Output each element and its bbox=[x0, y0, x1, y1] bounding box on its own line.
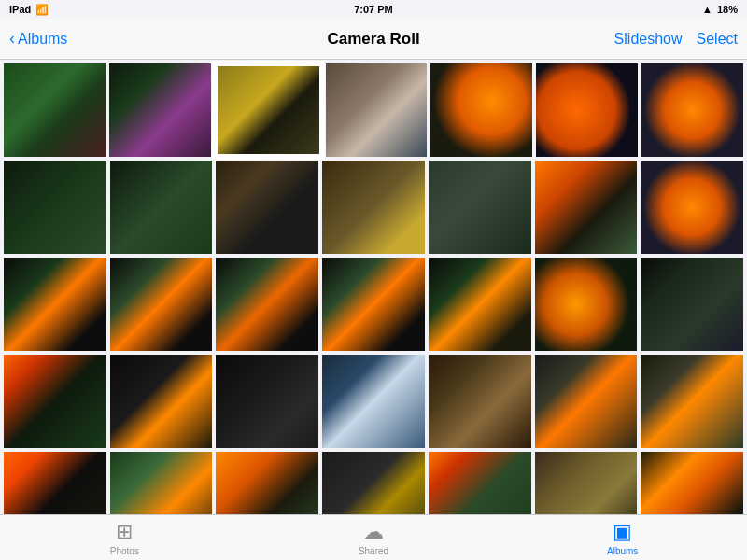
photo-thumb-3[interactable] bbox=[215, 63, 322, 157]
status-bar: iPad 📶 7:07 PM ▲ 18% bbox=[0, 0, 747, 19]
tab-shared[interactable]: ☁ Shared bbox=[249, 520, 499, 556]
status-time: 7:07 PM bbox=[354, 4, 393, 15]
photo-thumb-28[interactable] bbox=[641, 355, 743, 448]
photo-thumb-20[interactable] bbox=[535, 258, 638, 351]
chevron-left-icon: ‹ bbox=[9, 29, 15, 49]
tab-albums-label: Albums bbox=[607, 546, 638, 556]
wifi-icon: 📶 bbox=[35, 4, 49, 16]
photo-thumb-21[interactable] bbox=[641, 258, 743, 351]
photo-thumb-17[interactable] bbox=[216, 258, 318, 351]
photo-thumb-13[interactable] bbox=[535, 161, 638, 254]
back-label: Albums bbox=[18, 31, 67, 48]
photo-thumb-23[interactable] bbox=[110, 355, 213, 448]
tab-photos[interactable]: ⊞ Photos bbox=[0, 520, 249, 556]
photo-thumb-31[interactable] bbox=[216, 452, 318, 514]
photo-thumb-30[interactable] bbox=[110, 452, 213, 514]
photo-thumb-9[interactable] bbox=[110, 161, 213, 254]
photo-thumb-2[interactable] bbox=[109, 63, 211, 157]
photo-thumb-15[interactable] bbox=[4, 258, 106, 351]
photo-row-4 bbox=[4, 452, 743, 514]
nav-actions: Slideshow Select bbox=[614, 31, 738, 48]
page-title: Camera Roll bbox=[327, 30, 419, 49]
photo-thumb-26[interactable] bbox=[429, 355, 531, 448]
photo-thumb-11[interactable] bbox=[322, 161, 425, 254]
photo-thumb-24[interactable] bbox=[216, 355, 318, 448]
photo-row-1 bbox=[4, 161, 743, 254]
photo-thumb-4[interactable] bbox=[326, 63, 428, 157]
photo-grid bbox=[0, 60, 747, 514]
select-button[interactable]: Select bbox=[697, 31, 738, 48]
carrier-label: iPad bbox=[9, 4, 31, 15]
photo-thumb-10[interactable] bbox=[216, 161, 318, 254]
photos-icon: ⊞ bbox=[116, 520, 133, 544]
photo-thumb-18[interactable] bbox=[322, 258, 425, 351]
status-right: ▲ 18% bbox=[702, 4, 738, 15]
photo-thumb-19[interactable] bbox=[429, 258, 531, 351]
photo-thumb-35[interactable] bbox=[641, 452, 743, 514]
photo-thumb-12[interactable] bbox=[429, 161, 531, 254]
photo-row-2 bbox=[4, 258, 743, 351]
photo-thumb-8[interactable] bbox=[4, 161, 106, 254]
photo-thumb-27[interactable] bbox=[535, 355, 638, 448]
photo-thumb-32[interactable] bbox=[322, 452, 425, 514]
photo-thumb-16[interactable] bbox=[110, 258, 213, 351]
back-button[interactable]: ‹ Albums bbox=[9, 29, 67, 49]
slideshow-button[interactable]: Slideshow bbox=[614, 31, 683, 48]
photo-thumb-14[interactable] bbox=[641, 161, 743, 254]
albums-icon: ▣ bbox=[613, 520, 632, 544]
battery-label: 18% bbox=[717, 4, 738, 15]
photo-thumb-25[interactable] bbox=[322, 355, 425, 448]
tab-photos-label: Photos bbox=[110, 546, 139, 556]
photo-row-0 bbox=[4, 63, 743, 157]
photo-thumb-29[interactable] bbox=[4, 452, 106, 514]
signal-icon: ▲ bbox=[702, 4, 712, 15]
nav-bar: ‹ Albums Camera Roll Slideshow Select bbox=[0, 19, 747, 60]
photo-thumb-33[interactable] bbox=[429, 452, 531, 514]
photo-thumb-34[interactable] bbox=[535, 452, 638, 514]
tab-shared-label: Shared bbox=[359, 546, 388, 556]
tab-albums[interactable]: ▣ Albums bbox=[498, 520, 747, 556]
photo-row-3 bbox=[4, 355, 743, 448]
photo-thumb-5[interactable] bbox=[430, 63, 532, 157]
status-left: iPad 📶 bbox=[9, 4, 49, 16]
photo-thumb-6[interactable] bbox=[536, 63, 638, 157]
photo-thumb-22[interactable] bbox=[4, 355, 106, 448]
shared-icon: ☁ bbox=[363, 520, 384, 544]
tab-bar: ⊞ Photos ☁ Shared ▣ Albums bbox=[0, 514, 747, 560]
photo-thumb-1[interactable] bbox=[4, 63, 106, 157]
photo-thumb-7[interactable] bbox=[641, 63, 743, 157]
